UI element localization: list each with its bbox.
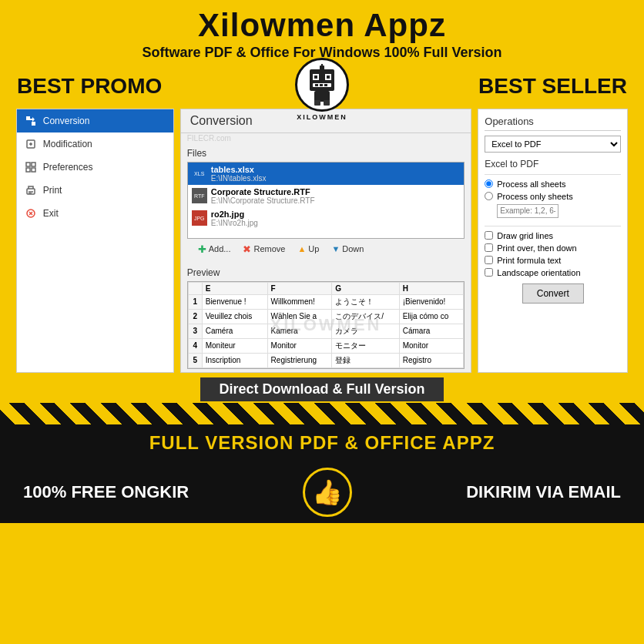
stripe-divider [0,403,644,424]
sidebar-item-modification[interactable]: Modification [17,132,173,156]
fullversion-row: FULL VERSION PDF & OFFICE APPZ [0,424,644,461]
row-number: 1 [188,294,202,309]
svg-rect-8 [320,84,323,86]
col-g: G [332,282,400,294]
radio-only-sheets-input[interactable] [485,192,493,200]
sidebar-modification-label: Modification [43,139,92,149]
add-icon: ✚ [198,243,206,255]
remove-icon: ✖ [243,243,251,255]
left-sidebar: Conversion Modification Preferences Prin… [16,109,174,373]
table-cell: モニター [332,338,400,353]
svg-rect-22 [32,163,35,166]
up-icon: ▲ [297,244,306,253]
radio-all-sheets: Process all sheets [485,179,621,189]
check-grid-lines-label: Draw grid lines [497,231,553,240]
svg-rect-4 [314,75,317,79]
col-num [188,282,202,294]
bottom-right-text: DIKIRIM VIA EMAIL [466,482,621,502]
sidebar-item-preferences[interactable]: Preferences [17,156,173,179]
svg-rect-15 [26,116,30,120]
check-grid-lines-input[interactable] [485,231,493,240]
ops-section-title: Excel to PDF [485,159,621,169]
down-icon: ▼ [331,244,340,253]
ops-title: Operations [485,116,621,131]
up-button[interactable]: ▲ Up [293,242,324,257]
svg-rect-12 [314,91,330,102]
file-buttons: ✚ Add... ✖ Remove ▲ Up ▼ Down [187,239,465,260]
radio-only-sheets: Process only sheets [485,192,621,201]
radio-only-sheets-label: Process only sheets [497,192,572,201]
svg-rect-13 [314,100,320,106]
preview-table: E F G H 1Bienvenue !Willkommen!ようこそ！¡Bie… [188,282,465,368]
check-formula-text-input[interactable] [485,256,493,264]
table-cell: Elija cómo co [399,309,464,324]
app-title: Xilowmen Appz [15,8,629,43]
table-cell: Registro [399,353,464,367]
svg-rect-14 [324,100,330,106]
check-print-over-input[interactable] [485,243,493,252]
convert-button[interactable]: Convert [522,283,584,304]
sheets-radio-group: Process all sheets Process only sheets [485,179,621,221]
check-landscape: Landscape orientation [485,268,621,277]
exit-icon [25,207,37,220]
check-formula-text: Print formula text [485,256,621,265]
fullversion-text: FULL VERSION PDF & OFFICE APPZ [149,432,495,453]
logo-icon [295,58,349,112]
sidebar-exit-label: Exit [43,208,59,219]
add-button[interactable]: ✚ Add... [193,242,236,257]
sidebar-preferences-label: Preferences [43,162,93,173]
table-row: 5InscriptionRegistrierung登録Registro [188,353,464,367]
app-container: Conversion Modification Preferences Prin… [13,109,632,373]
remove-button[interactable]: ✖ Remove [238,242,290,257]
header: Xilowmen Appz Software PDF & Office For … [0,0,644,65]
svg-rect-21 [26,168,30,172]
table-cell: Inscription [202,353,267,367]
table-cell: ¡Bienvenido! [399,294,464,309]
table-cell: Cámara [399,324,464,338]
sidebar-item-conversion[interactable]: Conversion [17,109,173,132]
sidebar-print-label: Print [43,185,62,196]
svg-rect-20 [26,163,30,166]
bottom-row: 100% FREE ONGKIR 👍 DIKIRIM VIA EMAIL [0,461,644,523]
jpg-icon: JPG [192,210,207,226]
row-number: 3 [188,324,202,338]
modification-icon [25,138,37,150]
logo-text: XILOWMEN [297,113,347,121]
table-row: 3CaméraKameraカメラCámara [188,324,464,338]
check-formula-text-label: Print formula text [497,256,561,265]
sheets-input[interactable] [497,204,558,218]
best-seller-badge: BEST SELLER [469,67,636,106]
watermark-text: FILECR.com [181,133,471,143]
sidebar-item-exit[interactable]: Exit [17,202,173,225]
table-cell: Monitor [267,338,332,353]
sidebar-conversion-label: Conversion [43,116,90,126]
preview-section: Preview XILOWMEN E F G H [181,264,471,372]
conversion-icon [25,115,37,127]
files-list[interactable]: XLS tables.xlsx E:\IN\tables.xlsx RTF Co… [187,162,465,239]
table-cell: Monitor [399,338,464,353]
down-button[interactable]: ▼ Down [327,242,368,257]
check-landscape-input[interactable] [485,268,493,277]
check-grid-lines: Draw grid lines [485,231,621,240]
bottom-left-text: 100% FREE ONGKIR [23,482,189,502]
thumbs-up-icon: 👍 [303,468,352,517]
table-cell: Bienvenue ! [202,294,267,309]
options-checkboxes: Draw grid lines Print over, then down Pr… [485,231,621,277]
check-print-over-label: Print over, then down [497,243,576,253]
file-item-rtf[interactable]: RTF Corporate Structure.RTF E:\IN\Corpor… [188,185,465,207]
print-icon [25,184,37,196]
radio-all-sheets-input[interactable] [485,179,493,188]
file-item-jpg[interactable]: JPG ro2h.jpg E:\IN\ro2h.jpg [188,207,465,230]
table-cell: カメラ [332,324,400,338]
radio-all-sheets-label: Process all sheets [497,179,565,189]
col-e: E [202,282,267,294]
col-h: H [399,282,464,294]
preview-table-wrapper: XILOWMEN E F G H 1Bienvenue [187,281,465,369]
conversion-type-select[interactable]: Excel to PDF [485,136,621,153]
preferences-icon [25,161,37,173]
table-cell: Moniteur [202,338,267,353]
svg-rect-5 [327,75,330,79]
file-item-xlsx[interactable]: XLS tables.xlsx E:\IN\tables.xlsx [188,163,465,185]
table-cell: Caméra [202,324,267,338]
sidebar-item-print[interactable]: Print [17,179,173,202]
